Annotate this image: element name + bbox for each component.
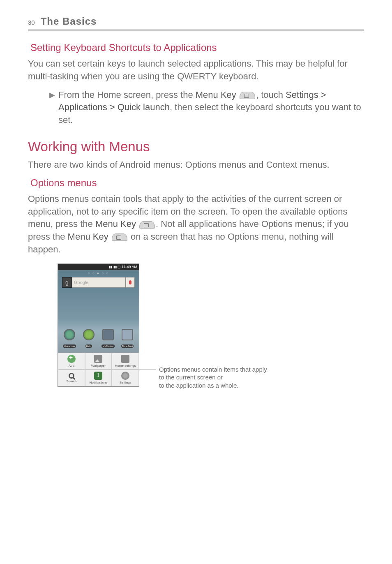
instruction-bullet: ▶ From the Home screen, press the Menu K… <box>49 89 364 127</box>
search-widget[interactable]: g Google <box>62 277 135 288</box>
nav-icon <box>64 329 75 340</box>
main-body: There are two kinds of Android menus: Op… <box>28 159 364 171</box>
search-icon <box>69 373 74 379</box>
menu-label: Wallpaper <box>91 364 106 368</box>
main-heading: Working with Menus <box>28 139 364 155</box>
app-label: TuneRoot <box>121 344 134 348</box>
home-settings-icon <box>121 355 129 363</box>
menu-key-icon <box>112 233 127 241</box>
menu-label: Home settings <box>115 364 136 368</box>
status-signal-icon: ▮▮ ▮▮ ▢ <box>109 265 122 269</box>
menu-label: Search <box>66 379 76 383</box>
search-input[interactable]: Google <box>72 277 126 288</box>
menu-notifications[interactable]: Notifications <box>85 370 112 386</box>
figure-area: ▮▮ ▮▮ ▢ 11:49 AM ○ ○ ● ○ ○ g Google Voic… <box>58 264 364 390</box>
callout-line2: to the current screen or <box>159 374 223 381</box>
callout-text: Options menus contain items that apply t… <box>159 365 267 390</box>
menu-add[interactable]: Add <box>58 353 85 370</box>
section-title-shortcuts: Setting Keyboard Shortcuts to Applicatio… <box>30 42 364 53</box>
mic-icon <box>129 280 131 284</box>
menu-key-label: Menu Key <box>196 90 236 100</box>
callout-line1: Options menus contain items that apply <box>159 366 267 373</box>
bullet-pre: From the Home screen, press the <box>58 90 196 100</box>
bullet-text: From the Home screen, press the Menu Key… <box>58 89 364 127</box>
app-label: MyContac <box>101 344 114 348</box>
chapter-title: The Basics <box>41 16 97 27</box>
app-help[interactable]: Help <box>80 329 98 349</box>
menu-label: Add <box>69 364 74 368</box>
bullet-arrow-icon: ▶ <box>49 90 55 99</box>
contacts-icon <box>102 329 114 340</box>
status-time: 11:49 AM <box>122 265 137 269</box>
callout-line <box>139 370 156 370</box>
status-bar: ▮▮ ▮▮ ▢ 11:49 AM <box>58 264 139 270</box>
phone-screenshot: ▮▮ ▮▮ ▢ 11:49 AM ○ ○ ● ○ ○ g Google Voic… <box>58 264 139 387</box>
bullet-mid: , touch <box>256 90 286 100</box>
app-label: Voice Nav <box>63 344 76 348</box>
app-voice-nav[interactable]: Voice Nav <box>60 329 78 349</box>
add-icon <box>67 355 76 363</box>
menu-wallpaper[interactable]: Wallpaper <box>85 353 112 370</box>
menu-key-icon <box>240 92 255 99</box>
mic-button[interactable] <box>126 277 135 288</box>
tune-icon <box>122 329 133 340</box>
menu-key-label-3: Menu Key <box>68 231 108 242</box>
app-tune[interactable]: TuneRoot <box>118 329 136 349</box>
app-row: Voice Nav Help MyContac TuneRoot <box>60 329 136 349</box>
wallpaper-icon <box>94 355 102 363</box>
page-header: 30 The Basics <box>28 16 364 30</box>
menu-home-settings[interactable]: Home settings <box>112 353 139 370</box>
callout-line3: to the application as a whole. <box>159 382 238 389</box>
google-g-icon[interactable]: g <box>62 277 72 288</box>
options-menu-panel: Add Wallpaper Home settings Search Notif… <box>58 353 139 386</box>
app-label: Help <box>85 344 92 348</box>
app-contacts[interactable]: MyContac <box>99 329 117 349</box>
pager-dots: ○ ○ ● ○ ○ <box>58 271 139 275</box>
section-title-options: Options menus <box>30 177 364 189</box>
settings-icon <box>121 372 129 380</box>
menu-settings[interactable]: Settings <box>112 370 139 386</box>
menu-label: Notifications <box>90 381 108 384</box>
body-shortcuts: You can set certain keys to launch selec… <box>28 58 364 83</box>
menu-label: Settings <box>120 381 131 384</box>
menu-key-icon <box>139 221 155 229</box>
notifications-icon <box>94 372 102 380</box>
menu-search[interactable]: Search <box>58 370 85 386</box>
page-number: 30 <box>28 19 35 26</box>
body-options: Options menus contain tools that apply t… <box>28 193 364 256</box>
menu-key-label-2: Menu Key <box>95 219 136 229</box>
help-icon <box>83 329 95 340</box>
